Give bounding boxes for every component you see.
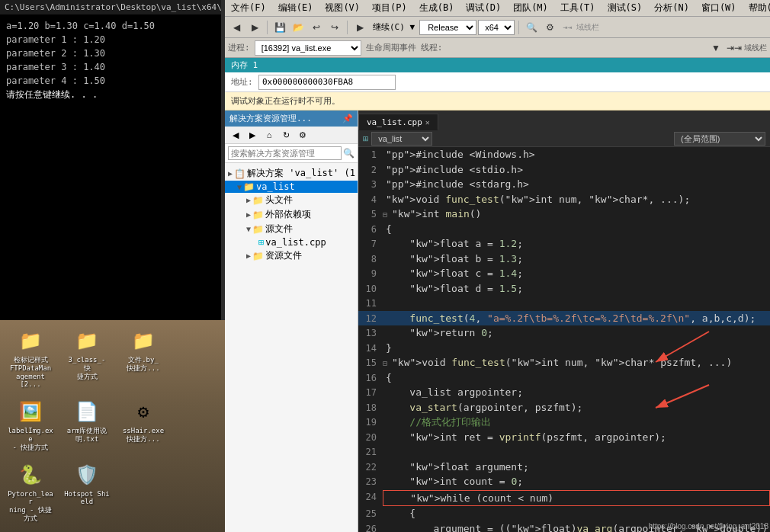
desktop-icon-2[interactable]: 📁 文件.by_快捷方... <box>117 325 169 391</box>
line-content-23[interactable]: "kw">int count = 0; <box>383 474 770 489</box>
menu-test[interactable]: 测试(S) <box>602 0 649 16</box>
menu-build[interactable]: 生成(B) <box>413 0 460 16</box>
line-number-20: 20 <box>358 430 383 445</box>
expand-btn-5[interactable]: ⊟ <box>383 207 387 222</box>
settings-button[interactable]: ⚙ <box>541 19 558 36</box>
desktop-icon-1[interactable]: 📁 3_class_- 快捷方式 <box>61 325 113 391</box>
line-content-19[interactable]: //格式化打印输出 <box>383 415 770 430</box>
config-dropdown[interactable]: Release <box>419 20 476 35</box>
panel-back-btn[interactable]: ◀ <box>228 128 243 142</box>
redo-button[interactable]: ↪ <box>326 19 343 36</box>
menu-analyze[interactable]: 分析(N) <box>648 0 695 16</box>
process-dropdown[interactable]: [16392] va_list.exe <box>255 40 361 56</box>
line-content-15[interactable]: "kw">void func_test("kw">int num, "kw">c… <box>389 355 770 370</box>
menu-file[interactable]: 文件(F) <box>225 0 272 16</box>
forward-button[interactable]: ▶ <box>246 19 263 36</box>
desktop-icon-4[interactable]: 📄 arm库使用说明.txt <box>61 396 113 453</box>
line-content-22[interactable]: "kw">float argument; <box>383 460 770 475</box>
line-content-3[interactable]: "pp">#include <stdarg.h> <box>383 177 770 192</box>
menu-project[interactable]: 项目(P) <box>366 0 413 16</box>
panel-home-btn[interactable]: ⌂ <box>261 128 277 142</box>
open-button[interactable]: 📂 <box>290 19 306 36</box>
panel-forward-btn[interactable]: ▶ <box>245 128 260 142</box>
tree-source-file[interactable]: ⊞ va_list.cpp <box>225 236 358 248</box>
external-arrow[interactable]: ▶ <box>246 210 251 219</box>
code-nav-bar: ⊞ va_list (全局范围) <box>358 130 770 147</box>
menu-team[interactable]: 团队(M) <box>507 0 554 16</box>
menu-view[interactable]: 视图(V) <box>319 0 366 16</box>
line-content-14[interactable]: } <box>383 341 770 356</box>
headers-label: 头文件 <box>265 194 293 207</box>
solution-search-input[interactable] <box>228 146 342 160</box>
line-content-1[interactable]: "pp">#include <Windows.h> <box>383 147 770 162</box>
line-content-6[interactable]: { <box>383 222 770 237</box>
menu-help[interactable]: 帮助(H) <box>743 0 770 16</box>
code-nav-scope-dropdown[interactable]: (全局范围) <box>674 132 765 146</box>
line-content-16[interactable]: { <box>383 370 770 386</box>
back-button[interactable]: ◀ <box>228 19 245 36</box>
code-nav-file-dropdown[interactable]: va_list <box>371 132 432 146</box>
line-content-12[interactable]: func_test(4, "a=%.2f\tb=%.2f\tc=%.2f\td=… <box>383 311 770 326</box>
line-content-24[interactable]: "kw">while (count < num) <box>383 490 770 507</box>
line-content-2[interactable]: "pp">#include <stdio.h> <box>383 162 770 178</box>
menu-window[interactable]: 窗口(W) <box>695 0 743 16</box>
address-input[interactable] <box>258 75 396 90</box>
project-icon: 📁 <box>243 181 255 192</box>
sources-label: 源文件 <box>265 223 293 236</box>
line-content-5[interactable]: "kw">int main() <box>389 207 770 222</box>
panel-refresh-btn[interactable]: ↻ <box>278 128 294 142</box>
line-content-7[interactable]: "kw">float a = 1.2; <box>383 236 770 252</box>
platform-dropdown[interactable]: x64 <box>478 20 515 35</box>
line-content-18[interactable]: va_start(argpointer, pszfmt); <box>383 400 770 415</box>
line-content-17[interactable]: va_list argpointer; <box>383 385 770 400</box>
menu-edit[interactable]: 编辑(E) <box>272 0 319 16</box>
expand-btn-15[interactable]: ⊟ <box>383 355 387 370</box>
line-content-25[interactable]: { <box>383 506 770 521</box>
line-content-11[interactable] <box>383 296 770 311</box>
desktop-icon-6[interactable]: 🐍 Pytorch_learning - 快捷方式 <box>5 459 56 525</box>
tree-external[interactable]: ▶ 📁 外部依赖项 <box>225 207 358 222</box>
columns-button[interactable]: ⇥⇥ <box>726 40 743 56</box>
tab-va-list-cpp[interactable]: va_list.cpp ✕ <box>358 114 438 130</box>
code-line-2: 2"pp">#include <stdio.h> <box>358 162 770 178</box>
search-button[interactable]: 🔍 <box>523 19 540 36</box>
run-button[interactable]: ▶ <box>351 19 368 36</box>
menu-debug[interactable]: 调试(D) <box>460 0 507 16</box>
search-icon[interactable]: 🔍 <box>343 148 355 159</box>
line-content-13[interactable]: "kw">return 0; <box>383 325 770 341</box>
line-content-4[interactable]: "kw">void func_test("kw">int num, "kw">c… <box>383 192 770 207</box>
sources-arrow[interactable]: ▼ <box>246 225 251 233</box>
sep2 <box>347 21 348 34</box>
tree-resources[interactable]: ▶ 📁 资源文件 <box>225 248 358 263</box>
desktop-icon-label-0: 检标记样式FTPDataManagement[2... <box>7 356 54 389</box>
undo-button[interactable]: ↩ <box>308 19 325 36</box>
save-button[interactable]: 💾 <box>271 19 288 36</box>
filter-button[interactable]: ▼ <box>707 40 724 56</box>
line-content-8[interactable]: "kw">float b = 1.3; <box>383 252 770 267</box>
headers-arrow[interactable]: ▶ <box>246 196 251 204</box>
desktop-icon-img-5: ⚙️ <box>130 398 157 425</box>
desktop-icon-0[interactable]: 📁 检标记样式FTPDataManagement[2... <box>5 325 56 391</box>
resources-arrow[interactable]: ▶ <box>246 252 251 260</box>
tree-headers[interactable]: ▶ 📁 头文件 <box>225 193 358 207</box>
line-content-9[interactable]: "kw">float c = 1.4; <box>383 266 770 281</box>
project-label: va_list <box>256 181 295 192</box>
panel-pin-icon[interactable]: 📌 <box>342 114 353 123</box>
desktop-icon-7[interactable]: 🛡️ Hotspot Shield <box>61 459 113 525</box>
desktop-icon-5[interactable]: ⚙️ ssHair.exe快捷方... <box>117 396 169 453</box>
tree-project[interactable]: ▼ 📁 va_list <box>225 181 358 193</box>
project-arrow[interactable]: ▼ <box>237 183 242 191</box>
tab-close-icon[interactable]: ✕ <box>425 118 430 127</box>
line-content-20[interactable]: "kw">int ret = vprintf(pszfmt, argpointe… <box>383 430 770 445</box>
line-content-10[interactable]: "kw">float d = 1.5; <box>383 281 770 296</box>
search-bar: 🔍 <box>225 144 358 163</box>
menu-tools[interactable]: 工具(T) <box>554 0 602 16</box>
tree-sources[interactable]: ▼ 📁 源文件 <box>225 222 358 236</box>
line-number-15: 15 <box>358 355 383 370</box>
tree-solution[interactable]: ▶ 📋 解决方案 'va_list' (1 <box>225 166 358 181</box>
solution-arrow[interactable]: ▶ <box>228 169 233 178</box>
desktop-icon-3[interactable]: 🖼️ labelImg.exe- 快捷方式 <box>5 396 56 453</box>
code-view[interactable]: 1"pp">#include <Windows.h>2"pp">#include… <box>358 147 770 532</box>
panel-settings-btn[interactable]: ⚙ <box>295 128 310 142</box>
line-content-21[interactable] <box>383 444 770 460</box>
